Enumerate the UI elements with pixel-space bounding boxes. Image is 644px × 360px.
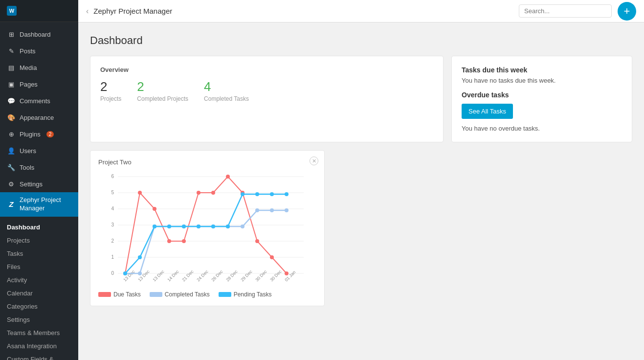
completed-tasks-color bbox=[150, 292, 162, 297]
overdue-title: Overdue tasks bbox=[462, 91, 622, 99]
topbar-left: ‹ Zephyr Project Manager bbox=[86, 7, 172, 16]
svg-text:28 Dec: 28 Dec bbox=[225, 269, 239, 283]
svg-point-53 bbox=[167, 225, 171, 228]
add-button[interactable]: + bbox=[618, 2, 636, 21]
sidebar-sub-files[interactable]: Files bbox=[0, 260, 78, 273]
users-icon: 👤 bbox=[7, 146, 16, 155]
svg-text:24 Dec: 24 Dec bbox=[196, 269, 209, 283]
svg-point-27 bbox=[138, 191, 142, 195]
svg-text:13 Dec: 13 Dec bbox=[152, 269, 165, 283]
due-tasks-color bbox=[98, 292, 111, 297]
sidebar-sub-projects[interactable]: Projects bbox=[0, 234, 78, 247]
svg-text:30 Dec: 30 Dec bbox=[254, 269, 268, 283]
media-icon: ▤ bbox=[7, 63, 16, 72]
sidebar-item-label: Zephyr Project Manager bbox=[20, 196, 71, 213]
stat-completed-projects-number: 2 bbox=[137, 79, 188, 94]
sidebar-sub-calendar[interactable]: Calendar bbox=[0, 287, 78, 300]
sidebar-item-label: Comments bbox=[20, 97, 50, 105]
see-all-tasks-button[interactable]: See All Tasks bbox=[462, 104, 513, 119]
chart-card: Project Two ✕ 6 5 4 3 2 1 0 bbox=[90, 150, 325, 306]
plugins-icon: ⊕ bbox=[7, 130, 16, 138]
sidebar-item-media[interactable]: ▤ Media bbox=[0, 59, 78, 76]
svg-text:14 Dec: 14 Dec bbox=[166, 269, 180, 283]
sidebar-item-zephyr[interactable]: Z Zephyr Project Manager bbox=[0, 192, 78, 217]
overview-card: Overview 2 Projects 2 Completed Projects… bbox=[90, 56, 444, 142]
chart-svg: 6 5 4 3 2 1 0 13 Dec 13 Dec 13 Dec 14 De… bbox=[98, 172, 313, 284]
stat-completed-tasks-number: 4 bbox=[204, 79, 249, 94]
sidebar-item-label: Media bbox=[20, 64, 37, 71]
stat-completed-tasks: 4 Completed Tasks bbox=[204, 79, 249, 102]
back-button[interactable]: ‹ bbox=[86, 7, 89, 16]
sidebar-item-label: Plugins bbox=[20, 131, 41, 138]
sidebar-item-label: Appearance bbox=[20, 114, 54, 121]
sidebar-sub-menu: Dashboard Projects Tasks Files Activity … bbox=[0, 221, 78, 360]
no-tasks-message: You have no tasks due this week. bbox=[462, 77, 622, 84]
sidebar-item-users[interactable]: 👤 Users bbox=[0, 142, 78, 159]
legend-pending-tasks: Pending Tasks bbox=[219, 291, 272, 298]
sidebar-item-label: Pages bbox=[20, 81, 38, 88]
sidebar-item-pages[interactable]: ▣ Pages bbox=[0, 76, 78, 92]
svg-point-31 bbox=[197, 191, 200, 195]
sidebar-item-plugins[interactable]: ⊕ Plugins 2 bbox=[0, 126, 78, 142]
comments-icon: 💬 bbox=[7, 96, 16, 105]
sidebar-logo: W bbox=[0, 0, 78, 22]
sidebar-item-tools[interactable]: 🔧 Tools bbox=[0, 159, 78, 176]
svg-text:21 Dec: 21 Dec bbox=[181, 269, 195, 283]
sidebar-item-posts[interactable]: ✎ Posts bbox=[0, 43, 78, 59]
chart-close-button[interactable]: ✕ bbox=[310, 157, 318, 165]
tools-icon: 🔧 bbox=[7, 163, 16, 172]
no-overdue-message: You have no overdue tasks. bbox=[462, 125, 622, 132]
wp-logo-icon: W bbox=[7, 6, 17, 16]
svg-text:4: 4 bbox=[111, 206, 114, 211]
svg-text:0: 0 bbox=[111, 270, 114, 276]
sidebar-sub-activity[interactable]: Activity bbox=[0, 273, 78, 287]
stat-projects: 2 Projects bbox=[100, 79, 121, 102]
sidebar-sub-tasks[interactable]: Tasks bbox=[0, 247, 78, 260]
svg-point-55 bbox=[197, 225, 200, 228]
stat-projects-label: Projects bbox=[100, 95, 121, 102]
sidebar-item-appearance[interactable]: 🎨 Appearance bbox=[0, 109, 78, 126]
svg-point-52 bbox=[153, 225, 156, 228]
sidebar-menu: ⊞ Dashboard ✎ Posts ▤ Media ▣ Pages 💬 Co… bbox=[0, 22, 78, 221]
sidebar-sub-categories[interactable]: Categories bbox=[0, 300, 78, 313]
sidebar-item-comments[interactable]: 💬 Comments bbox=[0, 92, 78, 109]
svg-point-48 bbox=[270, 208, 274, 212]
svg-text:13 Dec: 13 Dec bbox=[122, 269, 136, 283]
svg-point-49 bbox=[285, 208, 289, 212]
sidebar-item-label: Tools bbox=[20, 164, 34, 171]
search-input[interactable] bbox=[519, 4, 612, 18]
svg-point-61 bbox=[285, 192, 289, 196]
plugins-badge: 2 bbox=[46, 131, 54, 137]
svg-text:6: 6 bbox=[111, 174, 114, 179]
svg-text:30 Dec: 30 Dec bbox=[269, 269, 283, 283]
stat-completed-tasks-label: Completed Tasks bbox=[204, 95, 249, 102]
svg-point-58 bbox=[241, 192, 244, 196]
due-tasks-label: Due Tasks bbox=[113, 291, 141, 298]
content-area: Dashboard Overview 2 Projects 2 Complete… bbox=[78, 22, 644, 360]
svg-text:5: 5 bbox=[111, 190, 114, 195]
sidebar: W ⊞ Dashboard ✎ Posts ▤ Media ▣ Pages 💬 … bbox=[0, 0, 78, 360]
completed-tasks-label: Completed Tasks bbox=[165, 291, 210, 298]
page-title: Dashboard bbox=[90, 34, 632, 47]
svg-point-29 bbox=[167, 239, 171, 243]
sidebar-item-settings[interactable]: ⚙ Settings bbox=[0, 176, 78, 192]
svg-point-56 bbox=[211, 225, 215, 228]
sidebar-sub-teams[interactable]: Teams & Members bbox=[0, 326, 78, 339]
legend-due-tasks: Due Tasks bbox=[98, 291, 141, 298]
sidebar-item-dashboard[interactable]: ⊞ Dashboard bbox=[0, 26, 78, 43]
sidebar-sub-asana[interactable]: Asana Integration bbox=[0, 339, 78, 353]
sidebar-sub-settings[interactable]: Settings bbox=[0, 313, 78, 326]
pending-tasks-label: Pending Tasks bbox=[234, 291, 272, 298]
svg-text:29 Dec: 29 Dec bbox=[240, 269, 253, 283]
sidebar-item-label: Posts bbox=[20, 47, 36, 55]
svg-point-50 bbox=[123, 271, 127, 275]
sidebar-sub-custom[interactable]: Custom Fields & bbox=[0, 353, 78, 360]
tasks-due-title: Tasks due this week bbox=[462, 66, 622, 74]
svg-point-51 bbox=[138, 255, 142, 259]
stat-projects-number: 2 bbox=[100, 79, 121, 94]
svg-text:3: 3 bbox=[111, 222, 114, 227]
svg-text:1: 1 bbox=[111, 254, 114, 260]
settings-icon: ⚙ bbox=[7, 180, 16, 188]
svg-point-54 bbox=[182, 225, 186, 228]
sidebar-sub-dashboard[interactable]: Dashboard bbox=[0, 221, 78, 234]
